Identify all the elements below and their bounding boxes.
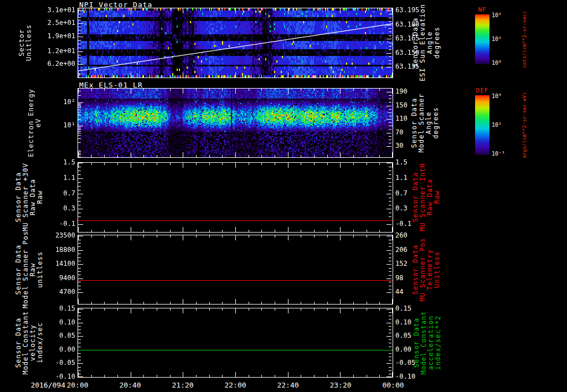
tick-mark — [379, 230, 380, 232]
tick-mark — [78, 329, 81, 330]
tick-mark — [379, 375, 380, 377]
y-tick-label: 1.1 — [30, 174, 75, 182]
tick-mark — [209, 155, 210, 157]
y-tick-label: 1.9e+01 — [30, 32, 75, 40]
tick-mark — [196, 8, 197, 11]
tick-mark — [275, 163, 275, 165]
tick-mark — [143, 155, 144, 157]
x-axis-tick-label: 23:20 — [329, 381, 351, 389]
tick-mark — [389, 102, 391, 102]
tick-mark — [78, 282, 81, 282]
tick-mark — [314, 163, 315, 165]
tick-mark — [340, 152, 341, 157]
y-tick-label: 63.135 — [395, 63, 419, 70]
tick-mark — [131, 8, 131, 13]
y-tick-label: -0.10 — [395, 373, 415, 380]
y-tick-label: 0.10 — [395, 318, 411, 326]
tick-mark — [314, 75, 315, 78]
tick-mark — [222, 155, 223, 157]
tick-mark — [389, 374, 391, 374]
tick-mark — [386, 92, 391, 92]
tick-mark — [389, 205, 391, 205]
tick-mark — [389, 122, 391, 123]
tick-mark — [78, 119, 81, 120]
tick-mark — [235, 73, 236, 78]
tick-mark — [91, 235, 92, 238]
tick-mark — [314, 375, 315, 377]
tick-mark — [78, 213, 81, 213]
tick-mark — [78, 236, 83, 236]
nf-colorbar — [475, 14, 489, 64]
tick-mark — [104, 75, 105, 78]
y-tick-label: 70 — [395, 128, 403, 136]
tick-mark — [78, 278, 83, 279]
tick-mark — [78, 115, 81, 115]
colorbar-tick-label: 10⁴ — [492, 93, 502, 99]
tick-mark — [78, 27, 81, 27]
tick-mark — [340, 299, 341, 304]
tick-mark — [170, 230, 171, 232]
tick-mark — [78, 316, 81, 316]
y-tick-label: 0.10 — [30, 318, 75, 326]
tick-mark — [389, 186, 391, 187]
tick-mark — [386, 323, 391, 323]
tick-mark — [131, 299, 131, 304]
model-velocity-right-axis-title: Sensor Data Model Constant acceleration … — [413, 311, 442, 374]
tick-mark — [91, 8, 92, 11]
tick-mark — [196, 89, 197, 91]
y-tick-label: 1.2e+01 — [30, 47, 75, 55]
tick-mark — [196, 302, 197, 304]
tick-mark — [386, 11, 391, 11]
tick-mark — [91, 302, 92, 304]
tick-mark — [301, 163, 301, 165]
tick-mark — [392, 89, 393, 94]
tick-mark — [78, 286, 81, 286]
tick-mark — [386, 264, 391, 265]
tick-mark — [78, 95, 81, 96]
tick-mark — [275, 235, 275, 238]
tick-mark — [275, 75, 275, 78]
tick-mark — [235, 163, 236, 168]
tick-mark — [222, 302, 223, 304]
tick-mark — [78, 198, 81, 198]
tick-mark — [78, 216, 81, 217]
y-tick-label: 4700 — [30, 288, 75, 296]
tick-mark — [379, 302, 380, 304]
tick-mark — [157, 163, 157, 165]
y-tick-label: 0.00 — [30, 345, 75, 353]
tick-mark — [327, 75, 328, 78]
tick-mark — [389, 319, 391, 319]
tick-mark — [392, 372, 393, 377]
tick-mark — [275, 155, 275, 157]
axis-title-line: degrees — [432, 94, 440, 153]
tick-mark — [104, 155, 105, 157]
tick-mark — [367, 235, 367, 238]
tick-mark — [275, 308, 275, 311]
tick-mark — [209, 89, 210, 91]
tick-mark — [389, 367, 391, 368]
tick-mark — [78, 323, 83, 323]
tick-mark — [389, 286, 391, 286]
tick-mark — [389, 95, 391, 96]
y-tick-label: 0.00 — [395, 345, 411, 353]
tick-mark — [78, 367, 81, 368]
tick-mark — [386, 53, 391, 54]
tick-mark — [78, 14, 81, 14]
tick-mark — [131, 163, 131, 168]
tick-mark — [353, 75, 354, 78]
tick-mark — [196, 163, 197, 165]
tick-mark — [301, 302, 301, 304]
tick-mark — [389, 213, 391, 213]
y-tick-label: 0.7 — [30, 189, 75, 197]
tick-mark — [78, 20, 81, 20]
tick-mark — [386, 278, 391, 279]
tick-mark — [249, 8, 249, 11]
tick-mark — [78, 363, 83, 364]
tick-mark — [392, 73, 393, 78]
tick-mark — [386, 363, 391, 364]
tick-mark — [78, 64, 83, 65]
tick-mark — [389, 174, 391, 175]
y-tick-label: 110 — [395, 115, 408, 122]
tick-mark — [389, 109, 391, 110]
tick-mark — [104, 375, 105, 377]
